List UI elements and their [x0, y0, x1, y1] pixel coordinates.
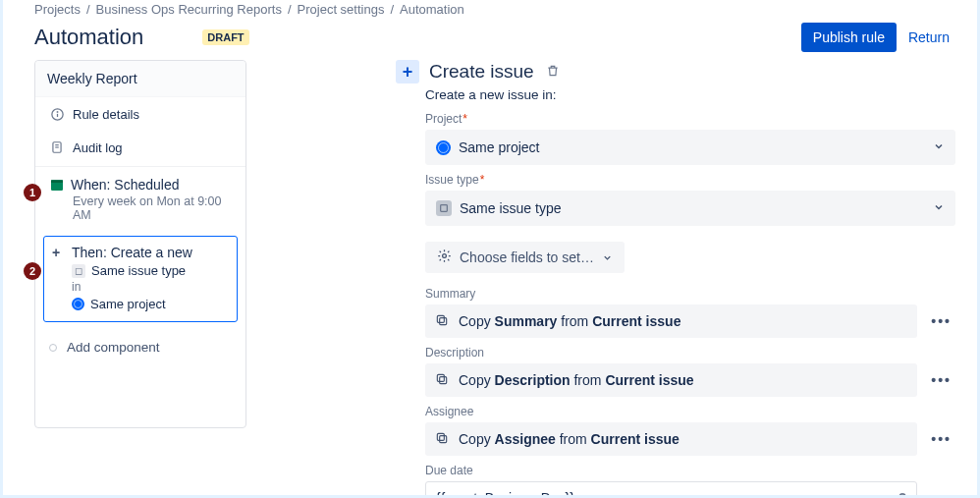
chevron-down-icon: [602, 252, 613, 263]
crumb[interactable]: Business Ops Recurring Reports: [96, 2, 282, 17]
svg-rect-12: [440, 376, 447, 383]
issuetype-label: Issue type*: [425, 173, 955, 187]
action-issuetype: Same issue type: [91, 263, 186, 278]
crumb[interactable]: Project settings: [298, 2, 385, 17]
svg-rect-10: [440, 317, 447, 324]
trigger-title: When: Scheduled: [71, 177, 180, 193]
project-value: Same project: [459, 139, 539, 155]
chevron-down-icon: [933, 139, 945, 155]
svg-point-2: [57, 111, 58, 112]
rule-name[interactable]: Weekly Report: [35, 61, 245, 97]
calendar-icon: [49, 177, 65, 193]
help-icon[interactable]: ?: [898, 490, 907, 498]
svg-point-9: [443, 254, 447, 258]
status-badge: DRAFT: [202, 29, 248, 45]
issuetype-value: Same issue type: [460, 200, 562, 216]
due-date-label: Due date: [425, 464, 955, 477]
svg-rect-11: [437, 315, 444, 322]
issuetype-icon: ◻: [72, 264, 85, 278]
field-label: Summary: [425, 287, 955, 301]
rule-details-label: Rule details: [73, 107, 139, 122]
info-icon: [49, 106, 65, 122]
audit-log-link[interactable]: Audit log: [35, 131, 245, 164]
publish-rule-button[interactable]: Publish rule: [801, 23, 897, 52]
issuetype-icon: [436, 200, 452, 216]
gear-icon: [437, 249, 452, 266]
copy-icon: [435, 372, 449, 389]
trigger-card[interactable]: When: Scheduled Every week on Mon at 9:0…: [35, 169, 245, 230]
globe-icon: [72, 298, 84, 310]
plus-icon: +: [52, 245, 60, 260]
crumb[interactable]: Projects: [34, 2, 81, 17]
action-in: in: [72, 280, 229, 294]
add-step-button[interactable]: +: [396, 60, 419, 83]
action-card[interactable]: + Then: Create a new ◻ Same issue type i…: [43, 236, 238, 322]
svg-rect-14: [440, 435, 447, 442]
field-menu-button[interactable]: •••: [927, 490, 955, 498]
svg-rect-13: [437, 374, 444, 381]
copy-text: Copy Assignee from Current issue: [459, 431, 680, 447]
delete-action-button[interactable]: [546, 64, 560, 81]
copy-text: Copy Summary from Current issue: [459, 313, 681, 329]
return-button[interactable]: Return: [897, 23, 961, 52]
panel-heading: Create issue: [429, 61, 534, 83]
copy-field-select[interactable]: Copy Summary from Current issue: [425, 304, 917, 338]
config-panel: + Create issue Create a new issue in: Pr…: [258, 60, 977, 498]
issuetype-select[interactable]: Same issue type: [425, 191, 955, 226]
rule-sidebar: Weekly Report Rule details Audit log: [34, 60, 246, 428]
page-title: Automation: [34, 25, 143, 50]
project-select[interactable]: Same project: [425, 130, 955, 165]
svg-rect-15: [437, 433, 444, 440]
crumb[interactable]: Automation: [400, 2, 464, 17]
choose-fields-button[interactable]: Choose fields to set…: [425, 242, 625, 273]
rule-details-link[interactable]: Rule details: [35, 97, 245, 131]
audit-log-label: Audit log: [73, 140, 123, 155]
copy-text: Copy Description from Current issue: [459, 372, 694, 388]
field-menu-button[interactable]: •••: [927, 431, 955, 447]
field-menu-button[interactable]: •••: [927, 313, 955, 329]
breadcrumb: Projects/ Business Ops Recurring Reports…: [34, 0, 977, 17]
action-project: Same project: [90, 297, 166, 311]
project-label: Project*: [425, 112, 955, 126]
copy-field-select[interactable]: Copy Assignee from Current issue: [425, 422, 917, 456]
add-component-label: Add component: [67, 340, 160, 355]
add-component-button[interactable]: Add component: [35, 330, 245, 427]
annotation-1: 1: [24, 184, 41, 201]
copy-icon: [435, 431, 449, 448]
field-menu-button[interactable]: •••: [927, 372, 955, 388]
panel-intro: Create a new issue in:: [425, 87, 955, 102]
annotation-2: 2: [24, 262, 41, 280]
action-title: Then: Create a new: [72, 245, 229, 260]
due-date-value: {{now.toBusinessDay}}: [436, 490, 574, 498]
svg-rect-7: [51, 180, 63, 183]
field-label: Assignee: [425, 405, 955, 418]
document-icon: [49, 139, 65, 155]
due-date-input[interactable]: {{now.toBusinessDay}} ?: [425, 481, 917, 498]
svg-rect-8: [441, 205, 448, 212]
trigger-subtitle: Every week on Mon at 9:00 AM: [73, 194, 234, 222]
copy-icon: [435, 313, 449, 330]
field-label: Description: [425, 346, 955, 360]
copy-field-select[interactable]: Copy Description from Current issue: [425, 363, 917, 397]
chevron-down-icon: [933, 200, 945, 216]
globe-icon: [436, 140, 451, 155]
choose-fields-label: Choose fields to set…: [460, 249, 594, 265]
circle-icon: [49, 344, 57, 352]
